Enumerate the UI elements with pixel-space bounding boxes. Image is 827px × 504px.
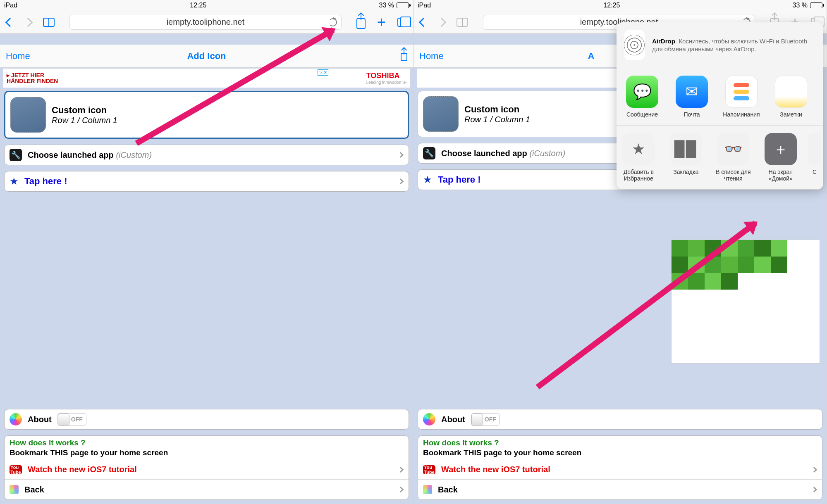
share-app-notes[interactable]: Заметки (770, 76, 812, 118)
pane-right: iPad 12:25 33 % iempty.tooliphone.net + … (414, 0, 827, 504)
more-icon (808, 133, 821, 165)
toshiba-logo: TOSHIBA (366, 71, 406, 80)
back-row[interactable]: Back (418, 480, 822, 499)
new-tab-button[interactable]: + (377, 15, 386, 30)
battery-percent: 33 % (379, 2, 394, 9)
share-app-messages[interactable]: 💬 Сообщение (621, 76, 663, 118)
clock: 12:25 (603, 2, 620, 9)
ad-banner[interactable]: ▸ JETZT HIER HÄNDLER FINDEN TOSHIBA Lead… (3, 69, 410, 88)
add-to-home-icon: ＋ (765, 133, 797, 165)
bookmarks-icon[interactable] (43, 18, 55, 27)
url-text: iempty.tooliphone.net (167, 17, 245, 27)
bookmark-instructions: Bookmark THIS page to your home screen (5, 447, 409, 460)
back-icon (423, 485, 432, 494)
custom-icon-position: Row 1 / Column 1 (464, 115, 530, 124)
choose-app-label: Choose launched app (441, 149, 527, 158)
page-header: Home Add Icon (0, 45, 413, 68)
back-label: Back (438, 485, 458, 494)
star-icon: ★ (10, 176, 19, 187)
about-icon (423, 413, 435, 426)
bookmark-instructions: Bookmark THIS page to your home screen (418, 447, 822, 460)
battery-icon (397, 2, 409, 8)
battery-icon (810, 2, 822, 8)
bookmark-icon: ▉▉ (670, 133, 702, 165)
custom-icon-title: Custom icon (52, 105, 117, 116)
chevron-right-icon (398, 152, 404, 158)
tutorial-label: Watch the new iOS7 tutorial (441, 465, 550, 474)
wrench-icon: 🔧 (10, 149, 22, 161)
status-bar: iPad 12:25 33 % (0, 0, 413, 11)
tutorial-row[interactable]: YouTube Watch the new iOS7 tutorial (418, 460, 822, 480)
airdrop-text: AirDrop. Коснитесь, чтобы включить Wi-Fi… (652, 37, 816, 53)
icon-preview (423, 96, 459, 132)
share-app-reminders[interactable]: Напоминания (721, 76, 762, 118)
clock: 12:25 (190, 2, 206, 9)
forward-button (437, 17, 447, 27)
custom-icon-panel[interactable]: Custom icon Row 1 / Column 1 (4, 91, 409, 139)
back-button[interactable] (5, 17, 15, 27)
share-app-mail[interactable]: ✉ Почта (671, 76, 712, 118)
home-link[interactable]: Home (6, 51, 30, 62)
battery-percent: 33 % (793, 2, 808, 9)
tabs-button[interactable] (397, 18, 406, 27)
url-bar[interactable]: iempty.tooliphone.net (69, 15, 342, 30)
tap-here-row[interactable]: ★ Tap here ! (5, 171, 409, 191)
star-icon: ★ (622, 133, 655, 165)
forward-button (24, 17, 33, 27)
share-more[interactable]: С (808, 133, 821, 182)
adchoices-icon[interactable]: ▷ ✕ (318, 69, 328, 76)
chevron-right-icon (398, 466, 404, 472)
choose-app-row[interactable]: 🔧 Choose launched app (iCustom) (5, 145, 409, 165)
about-label: About (441, 415, 465, 424)
bookmarks-icon (457, 18, 468, 27)
custom-icon-title: Custom icon (464, 104, 530, 115)
page-share-icon[interactable] (401, 51, 407, 61)
mail-icon: ✉ (676, 76, 708, 108)
ad-text: ▸ JETZT HIER HÄNDLER FINDEN (7, 72, 58, 84)
chevron-right-icon (811, 466, 817, 472)
about-row[interactable]: About OFF (5, 409, 409, 429)
share-action-favorites[interactable]: ★ Добавить в Избранное (619, 133, 658, 182)
airdrop-icon[interactable] (624, 30, 645, 60)
home-link[interactable]: Home (419, 51, 444, 62)
about-toggle[interactable]: OFF (471, 413, 500, 426)
tap-here-label: Tap here ! (438, 174, 481, 185)
back-row[interactable]: Back (5, 480, 409, 499)
reminders-icon (725, 76, 758, 108)
chevron-right-icon (398, 178, 404, 184)
share-action-bookmark[interactable]: ▉▉ Закладка (667, 133, 706, 182)
choose-app-label: Choose launched app (28, 150, 114, 159)
tap-here-label: Tap here ! (24, 176, 67, 187)
device-label: iPad (4, 2, 17, 9)
device-label: iPad (418, 2, 431, 9)
status-bar: iPad 12:25 33 % (414, 0, 827, 11)
tutorial-label: Watch the new iOS7 tutorial (28, 465, 137, 474)
about-toggle[interactable]: OFF (57, 413, 86, 426)
messages-icon: 💬 (626, 76, 658, 108)
back-button[interactable] (419, 17, 428, 27)
back-label: Back (24, 485, 44, 494)
share-action-reading-list[interactable]: 👓 В список для чтения (714, 133, 753, 182)
background-pixel-art (671, 240, 820, 364)
about-row[interactable]: About OFF (418, 409, 822, 429)
about-icon (10, 413, 22, 426)
custom-icon-position: Row 1 / Column 1 (52, 116, 117, 125)
icon-preview (10, 97, 46, 133)
star-icon: ★ (423, 174, 432, 185)
youtube-icon: YouTube (10, 465, 22, 474)
youtube-icon: YouTube (423, 465, 435, 474)
how-it-works-heading: How does it works ? (5, 436, 409, 447)
pane-left: iPad 12:25 33 % iempty.tooliphone.net + … (0, 0, 414, 504)
share-action-home-screen[interactable]: ＋ На экран «Домой» (761, 133, 801, 182)
notes-icon (775, 76, 807, 108)
page-title: Add Icon (187, 51, 226, 62)
choose-app-hint: (iCustom) (529, 149, 565, 158)
page-title: A (588, 51, 595, 62)
glasses-icon: 👓 (717, 133, 749, 165)
back-icon (10, 485, 19, 494)
about-label: About (28, 415, 52, 424)
how-it-works-heading: How does it works ? (418, 436, 822, 447)
share-button[interactable] (356, 16, 366, 29)
tutorial-row[interactable]: YouTube Watch the new iOS7 tutorial (5, 460, 409, 480)
chevron-right-icon (811, 487, 817, 492)
